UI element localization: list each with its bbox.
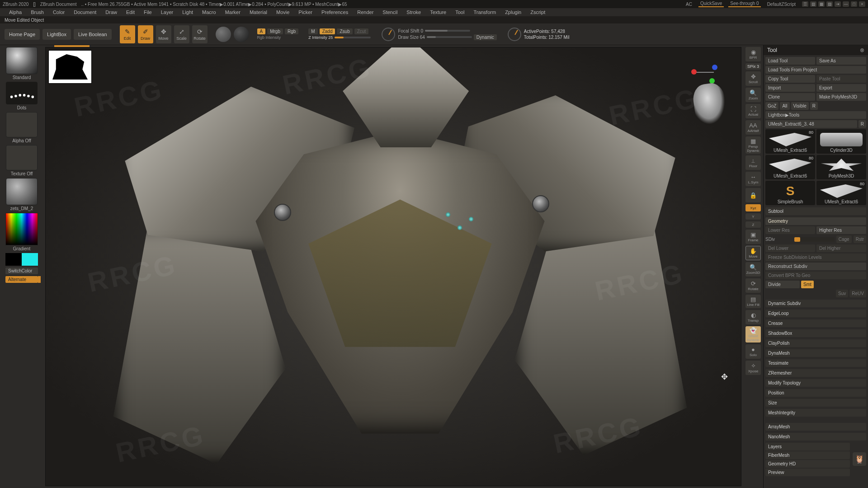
z-intensity-label[interactable]: Z Intensity 25 <box>308 35 333 40</box>
tool-thumb[interactable]: 80UMesh_Extract6 <box>765 155 815 179</box>
color-picker[interactable] <box>5 213 38 245</box>
draw-size-label[interactable]: Draw Size 64 <box>398 35 425 40</box>
alternate-button[interactable]: Alternate <box>5 276 38 283</box>
menu-brush[interactable]: Brush <box>26 9 48 15</box>
focal-gauge-icon[interactable] <box>382 28 395 41</box>
goz-visible-button[interactable]: Visible <box>791 102 809 110</box>
solo-button[interactable]: ●Solo <box>745 344 761 359</box>
tool-thumb[interactable]: 80UMesh_Extract6 <box>765 129 815 154</box>
convert-bpr-button[interactable]: Convert BPR To Geo <box>765 272 866 279</box>
spix-slider[interactable]: SPix 3 <box>745 63 761 70</box>
liveboolean-button[interactable]: Live Boolean <box>74 29 112 40</box>
zsub-button[interactable]: Zsub <box>337 28 352 34</box>
menu-material[interactable]: Material <box>245 9 272 15</box>
menu-preferences[interactable]: Preferences <box>317 9 353 15</box>
rotate3d-button[interactable]: ⟳Rotate <box>745 278 761 293</box>
menu-movie[interactable]: Movie <box>272 9 294 15</box>
menu-light[interactable]: Light <box>178 9 198 15</box>
rgb-button[interactable]: Rgb <box>285 28 298 34</box>
crease-section[interactable]: Crease <box>765 319 866 327</box>
lowerres-button[interactable]: Lower Res <box>765 226 815 234</box>
xyz-button[interactable]: Xyz <box>745 204 761 211</box>
reconstruct-button[interactable]: Reconstruct Subdiv <box>765 263 866 270</box>
sdiv-slider[interactable] <box>794 237 835 242</box>
menu-zplugin[interactable]: Zplugin <box>500 9 526 15</box>
brush-swatch[interactable] <box>6 47 38 74</box>
menu-color[interactable]: Color <box>48 9 69 15</box>
lightbox-tools-button[interactable]: Lightbox▶Tools <box>765 111 866 119</box>
aahalf-button[interactable]: AAAAHalf <box>745 120 761 135</box>
y-button[interactable]: Y <box>745 213 761 220</box>
focal-shift-slider[interactable] <box>425 30 470 32</box>
divide-button[interactable]: Divide <box>765 281 800 288</box>
subtool-section[interactable]: Subtool <box>765 207 866 215</box>
material-swatch[interactable] <box>6 178 38 205</box>
suv-button[interactable]: Suv <box>836 290 848 297</box>
goz-r-button[interactable]: R <box>810 102 818 110</box>
position-section[interactable]: Position <box>765 389 866 397</box>
gradient-label[interactable]: Gradient <box>13 246 30 251</box>
menu-edit[interactable]: Edit <box>122 9 139 15</box>
menu-stroke[interactable]: Stroke <box>402 9 425 15</box>
transp-button[interactable]: ◐Transp <box>745 310 761 324</box>
rotate-mode-button[interactable]: ⟳Rotate <box>192 25 208 43</box>
edgeloop-section[interactable]: EdgeLoop <box>765 310 866 317</box>
import-button[interactable]: Import <box>765 84 815 92</box>
color-pair[interactable] <box>5 253 38 266</box>
geometryhd-section[interactable]: Geometry HD <box>765 460 850 468</box>
zadd-button[interactable]: Zadd <box>320 28 335 34</box>
m-toggle[interactable]: M <box>308 28 317 34</box>
menu-zscript[interactable]: Zscript <box>526 9 550 15</box>
load-project-button[interactable]: Load Tools From Project <box>765 66 866 74</box>
modify-topology-section[interactable]: Modify Topology <box>765 379 866 387</box>
texture-swatch[interactable] <box>6 145 38 170</box>
seethrough-slider[interactable]: See-through 0 <box>728 1 760 7</box>
smt-button[interactable]: Smt <box>801 281 814 288</box>
dellower-button[interactable]: Del Lower <box>765 244 815 252</box>
scroll-button[interactable]: ✥Scroll <box>745 71 761 86</box>
homepage-button[interactable]: Home Page <box>5 29 40 40</box>
load-tool-button[interactable]: Load Tool <box>765 57 815 65</box>
layout3-icon[interactable]: ▧ <box>826 1 833 7</box>
menu-file[interactable]: File <box>139 9 156 15</box>
menu-render[interactable]: Render <box>353 9 378 15</box>
preview-section[interactable]: Preview <box>765 469 850 476</box>
menu-alpha[interactable]: Alpha <box>5 9 26 15</box>
tool-thumb[interactable]: SSimpleBrush <box>765 181 815 205</box>
document-thumbnail[interactable] <box>48 50 92 84</box>
frame-button[interactable]: ▣Frame <box>745 230 761 244</box>
goz-button[interactable]: GoZ <box>765 102 778 110</box>
menu-macro[interactable]: Macro <box>198 9 221 15</box>
make-polymesh-button[interactable]: Make PolyMesh3D <box>816 93 866 101</box>
primary-color[interactable] <box>22 253 38 266</box>
menu-draw[interactable]: Draw <box>101 9 122 15</box>
quicksave-button[interactable]: QuickSave <box>698 1 724 7</box>
panel-close-icon[interactable]: ⊗ <box>860 47 864 53</box>
camera-head-icon[interactable] <box>691 82 728 127</box>
lock-button[interactable]: 🔒 <box>745 188 761 202</box>
stroke-swatch[interactable] <box>6 82 38 104</box>
z-button[interactable]: Z <box>745 221 761 228</box>
secondary-color[interactable] <box>5 253 22 266</box>
saveas-button[interactable]: Save As <box>816 57 866 65</box>
tool-r-button[interactable]: R <box>859 120 866 128</box>
xpose-button[interactable]: ✧Xpose <box>745 361 761 375</box>
sculptris-toggle[interactable] <box>216 27 231 42</box>
edit-mode-button[interactable]: ✎Edit <box>120 25 135 43</box>
dynamic-subdiv-section[interactable]: Dynamic Subdiv <box>765 300 866 307</box>
paste-tool-button[interactable]: Paste Tool <box>816 75 866 83</box>
export-button[interactable]: Export <box>816 84 866 92</box>
zcut-button[interactable]: Zcut <box>354 28 368 34</box>
claypolish-section[interactable]: ClayPolish <box>765 339 866 347</box>
geometry-section[interactable]: Geometry <box>765 217 866 225</box>
freeze-subdiv-button[interactable]: Freeze SubDivision Levels <box>765 253 866 261</box>
canvas-viewport[interactable]: ✥ RRCG RRCG RRCG RRCG RRCG RRCG RRCG <box>45 47 741 486</box>
layout2-icon[interactable]: ▦ <box>818 1 825 7</box>
bpr-button[interactable]: ◉BPR <box>745 47 761 61</box>
scale-mode-button[interactable]: ⤢Scale <box>174 25 189 43</box>
menu-document[interactable]: Document <box>69 9 101 15</box>
ghost-button[interactable]: 👻GhostDynamic <box>745 326 761 343</box>
fibermesh-section[interactable]: FiberMesh <box>765 451 850 459</box>
clone-button[interactable]: Clone <box>765 93 815 101</box>
higherres-button[interactable]: Higher Res <box>816 226 866 234</box>
